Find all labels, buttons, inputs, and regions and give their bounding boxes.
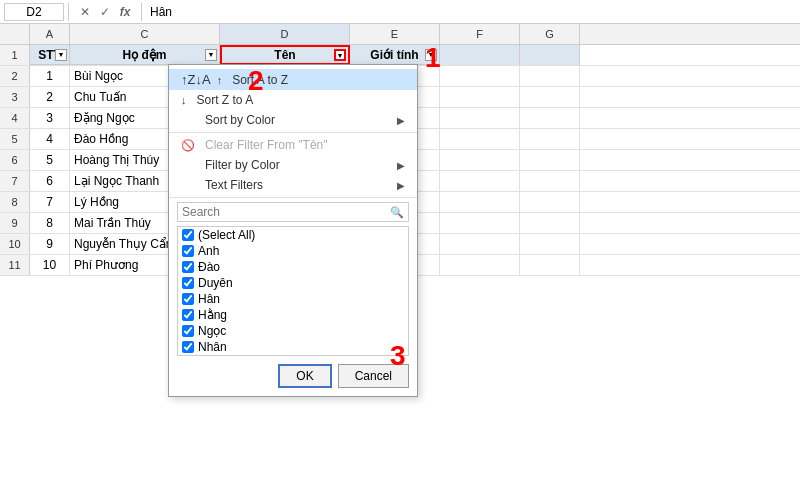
checkbox-label-7: Nhân [198, 340, 227, 354]
cell-reference[interactable]: D2 [4, 3, 64, 21]
cell-g-8 [520, 213, 580, 233]
checkbox-item[interactable]: Ngọc [178, 323, 408, 339]
formula-input[interactable]: Hân [146, 4, 796, 20]
row-num-10: 10 [0, 234, 30, 254]
function-icon[interactable]: fx [117, 5, 133, 19]
checkbox-list[interactable]: (Select All) Anh Đào Duyên Hân Hằng Ngọc… [177, 226, 409, 356]
cell-f-4 [440, 129, 520, 149]
sort-az-icon: ↑Z↓A [181, 72, 211, 87]
filter-arrow-stt[interactable]: ▼ [55, 49, 67, 61]
row-num-3: 3 [0, 87, 30, 107]
row-num-2: 2 [0, 66, 30, 86]
header-hodem[interactable]: Họ đệm ▼ [70, 45, 220, 65]
col-header-c[interactable]: C [70, 24, 220, 44]
checkbox-item[interactable]: Duyên [178, 275, 408, 291]
header-f [440, 45, 520, 65]
cell-g-6 [520, 171, 580, 191]
confirm-icon[interactable]: ✓ [97, 5, 113, 19]
checkbox-3[interactable] [182, 277, 194, 289]
cell-stt-3[interactable]: 3 [30, 108, 70, 128]
checkbox-4[interactable] [182, 293, 194, 305]
formula-bar: D2 ✕ ✓ fx Hân [0, 0, 800, 24]
cell-stt-8[interactable]: 8 [30, 213, 70, 233]
separator-2 [169, 197, 417, 198]
checkbox-item[interactable]: (Select All) [178, 227, 408, 243]
cell-f-7 [440, 192, 520, 212]
cell-stt-5[interactable]: 5 [30, 150, 70, 170]
cancel-button[interactable]: Cancel [338, 364, 409, 388]
filter-dropdown: ↑Z↓A ↑ Sort A to Z ↓ Sort Z to A Sort by… [168, 64, 418, 397]
col-header-e[interactable]: E [350, 24, 440, 44]
checkbox-label-1: Anh [198, 244, 219, 258]
clear-filter-icon: 🚫 [181, 139, 199, 152]
checkbox-label-5: Hằng [198, 308, 227, 322]
checkbox-1[interactable] [182, 245, 194, 257]
cell-stt-7[interactable]: 7 [30, 192, 70, 212]
filter-by-color[interactable]: Filter by Color ▶ [169, 155, 417, 175]
checkbox-item[interactable]: Nhân [178, 339, 408, 355]
checkbox-label-0: (Select All) [198, 228, 255, 242]
header-gioitinh[interactable]: Giới tính ▼ [350, 45, 440, 65]
checkbox-6[interactable] [182, 325, 194, 337]
cell-stt-9[interactable]: 9 [30, 234, 70, 254]
clear-filter: 🚫 Clear Filter From "Tên" [169, 135, 417, 155]
ok-button[interactable]: OK [278, 364, 331, 388]
cell-g-5 [520, 150, 580, 170]
cell-f-5 [440, 150, 520, 170]
header-ten[interactable]: Tên ▼ [220, 45, 350, 65]
cell-g-3 [520, 108, 580, 128]
sort-by-color[interactable]: Sort by Color ▶ [169, 110, 417, 130]
checkbox-item[interactable]: Đào [178, 259, 408, 275]
cell-stt-10[interactable]: 10 [30, 255, 70, 275]
cell-stt-1[interactable]: 1 [30, 66, 70, 86]
header-stt[interactable]: STT ▼ [30, 45, 70, 65]
checkbox-label-3: Duyên [198, 276, 233, 290]
row-num-header [0, 24, 30, 44]
text-filters[interactable]: Text Filters ▶ [169, 175, 417, 195]
cell-f-10 [440, 255, 520, 275]
cell-stt-2[interactable]: 2 [30, 87, 70, 107]
col-header-a[interactable]: A [30, 24, 70, 44]
checkbox-label-2: Đào [198, 260, 220, 274]
cell-f-2 [440, 87, 520, 107]
row-num-7: 7 [0, 171, 30, 191]
checkbox-0[interactable] [182, 229, 194, 241]
dialog-buttons: OK Cancel [169, 358, 417, 392]
row-num-6: 6 [0, 150, 30, 170]
col-header-g[interactable]: G [520, 24, 580, 44]
cancel-icon[interactable]: ✕ [77, 5, 93, 19]
checkbox-item[interactable]: Như [178, 355, 408, 356]
sort-z-to-a[interactable]: ↓ Sort Z to A [169, 90, 417, 110]
cell-f-6 [440, 171, 520, 191]
checkbox-5[interactable] [182, 309, 194, 321]
row-num-9: 9 [0, 213, 30, 233]
row-num-5: 5 [0, 129, 30, 149]
cell-f-3 [440, 108, 520, 128]
sort-a-to-z[interactable]: ↑Z↓A ↑ Sort A to Z [169, 69, 417, 90]
col-header-f[interactable]: F [440, 24, 520, 44]
checkbox-item[interactable]: Hằng [178, 307, 408, 323]
separator-1 [169, 132, 417, 133]
checkbox-item[interactable]: Anh [178, 243, 408, 259]
cell-stt-4[interactable]: 4 [30, 129, 70, 149]
checkbox-item[interactable]: Hân [178, 291, 408, 307]
sort-color-arrow: ▶ [397, 115, 405, 126]
filter-arrow-gioitinh[interactable]: ▼ [425, 49, 437, 61]
header-g [520, 45, 580, 65]
checkbox-7[interactable] [182, 341, 194, 353]
cell-stt-6[interactable]: 6 [30, 171, 70, 191]
row-num-8: 8 [0, 192, 30, 212]
cell-f-8 [440, 213, 520, 233]
checkbox-2[interactable] [182, 261, 194, 273]
search-input[interactable] [182, 205, 390, 219]
cell-g-7 [520, 192, 580, 212]
filter-arrow-ten[interactable]: ▼ [334, 49, 346, 61]
filter-color-arrow: ▶ [397, 160, 405, 171]
row-num-11: 11 [0, 255, 30, 275]
search-box[interactable]: 🔍 [177, 202, 409, 222]
col-header-d[interactable]: D [220, 24, 350, 44]
filter-arrow-hodem[interactable]: ▼ [205, 49, 217, 61]
text-filters-arrow: ▶ [397, 180, 405, 191]
cell-f-1 [440, 66, 520, 86]
column-headers: A C D E F G [0, 24, 800, 45]
